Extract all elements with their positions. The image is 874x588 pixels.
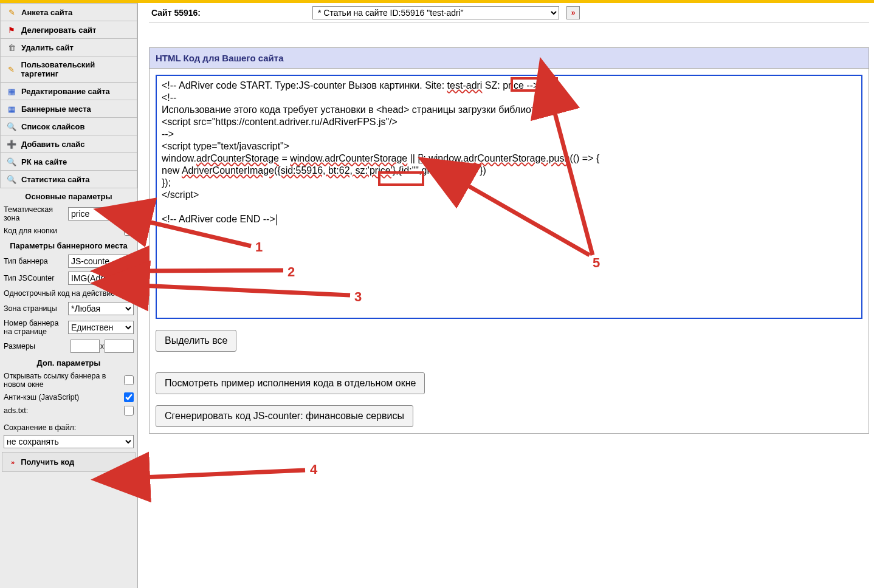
menu-stats-label: Статистика сайта (21, 175, 90, 184)
code-line: <!-- AdRiver code END --> (162, 214, 275, 224)
text-cursor (276, 214, 277, 225)
select-all-button[interactable]: Выделить все (156, 330, 236, 352)
code-panel: HTML Код для Вашего сайта <!-- AdRiver c… (149, 47, 869, 434)
menu-stats-icon: 🔍 (7, 174, 16, 184)
code-line: window. (162, 153, 196, 163)
size-h-input[interactable] (105, 340, 134, 353)
row-banner-num: Номер баннера на странице Единствен (0, 317, 137, 338)
site-select[interactable]: * Статьи на сайте ID:55916 "test-adri" (312, 6, 559, 19)
get-code-button[interactable]: » Получить код (2, 452, 136, 472)
code-line: </script> (162, 190, 199, 200)
row-open-new: Открывать ссылку баннера в новом окне (0, 370, 137, 391)
get-code-label: Получить код (21, 457, 74, 467)
menu-user-targeting-label: Пользовательский таргетинг (21, 60, 131, 78)
section-banner-params: Параметры баннерного места (0, 238, 137, 253)
button-code-label: Код для кнопки (4, 227, 124, 235)
menu-user-targeting-icon: ✎ (7, 64, 16, 74)
save-file-select[interactable]: не сохранять (4, 435, 134, 448)
code-line: <!-- AdRiver code START. Type:JS-counter… (162, 80, 447, 91)
code-line: adrCounterStorage.push (463, 153, 569, 163)
sizes-label: Размеры (4, 342, 71, 350)
menu-add-slice[interactable]: ➕Добавить слайс (0, 135, 137, 153)
arrow-right-icon: » (571, 9, 576, 17)
adstxt-checkbox[interactable] (124, 406, 134, 415)
site-id-label: Сайт 55916: (151, 8, 201, 18)
row-jscounter-type: Тип JSCounter IMG(Adriv (0, 270, 137, 287)
banner-type-select[interactable]: JS-counte (68, 255, 134, 268)
menu-site-profile[interactable]: ✎Анкета сайта (0, 3, 137, 21)
menu-site-profile-icon: ✎ (7, 7, 16, 17)
code-line: Использование этого кода требует установ… (162, 104, 551, 115)
menu-banner-places[interactable]: ▦Баннерные места (0, 100, 137, 118)
size-w-input[interactable] (71, 340, 100, 353)
size-x-sep: x (100, 342, 105, 350)
code-line: new (162, 165, 182, 176)
row-sizes: Размеры x (0, 338, 137, 355)
theme-zone-select[interactable]: price (68, 207, 134, 220)
section-extra-params: Доп. параметры (0, 355, 137, 370)
menu-edit-site[interactable]: ▦Редактирование сайта (0, 83, 137, 100)
code-line: ,{id:"",gid1:"",yid1:""}) (396, 165, 486, 176)
button-code-checkbox[interactable] (124, 226, 134, 236)
row-oneline: Однострочный код на действие (0, 287, 137, 300)
menu-stats[interactable]: 🔍Статистика сайта (0, 171, 137, 188)
oneline-label: Однострочный код на действие (4, 289, 124, 298)
banner-num-label: Номер баннера на странице (4, 319, 68, 336)
code-line: --> (162, 129, 174, 139)
panel-title: HTML Код для Вашего сайта (150, 48, 869, 69)
menu-campaigns-label: РК на сайте (21, 157, 67, 166)
menu-add-slice-icon: ➕ (7, 139, 16, 149)
row-banner-type: Тип баннера JS-counte (0, 253, 137, 270)
menu-delete-site-icon: 🗑 (7, 43, 16, 52)
row-theme-zone: Тематическая зона price (0, 203, 137, 224)
menu-slice-list[interactable]: 🔍Список слайсов (0, 118, 137, 135)
generate-button[interactable]: Сгенерировать код JS-counter: финансовые… (156, 405, 413, 427)
menu-site-profile-label: Анкета сайта (21, 8, 72, 17)
banner-num-select[interactable]: Единствен (68, 321, 134, 334)
code-line: <script type="text/javascript"> (162, 141, 289, 151)
menu-edit-site-label: Редактирование сайта (21, 87, 110, 96)
get-code-icon: » (11, 459, 15, 466)
menu-user-targeting[interactable]: ✎Пользовательский таргетинг (0, 56, 137, 83)
menu-delete-site[interactable]: 🗑Удалить сайт (0, 39, 137, 56)
menu-slice-list-label: Список слайсов (21, 122, 84, 131)
row-save-file-label: Сохранение в файл: (0, 417, 137, 434)
open-new-checkbox[interactable] (124, 375, 134, 385)
menu-campaigns-icon: 🔍 (7, 157, 16, 166)
banner-type-label: Тип баннера (4, 257, 68, 265)
anticache-checkbox[interactable] (124, 392, 134, 402)
menu-campaigns[interactable]: 🔍РК на сайте (0, 153, 137, 171)
menu-delegate-site-label: Делегировать сайт (21, 26, 96, 35)
preview-button[interactable]: Посмотреть пример исполнения кода в отде… (156, 372, 425, 394)
code-line: <script src="https://content.adriver.ru/… (162, 117, 397, 127)
menu-add-slice-label: Добавить слайс (21, 140, 85, 149)
theme-zone-label: Тематическая зона (4, 205, 68, 222)
code-line: SZ: price (482, 80, 523, 91)
topbar: Сайт 55916: * Статьи на сайте ID:55916 "… (149, 3, 869, 23)
menu-delegate-site[interactable]: ⚑Делегировать сайт (0, 21, 137, 39)
page-zone-select[interactable]: *Любая (68, 302, 134, 315)
main-area: Сайт 55916: * Статьи на сайте ID:55916 "… (138, 3, 874, 588)
code-line: <!-- (162, 92, 176, 103)
save-file-label: Сохранение в файл: (4, 423, 134, 432)
menu-slice-list-icon: 🔍 (7, 121, 16, 131)
jscounter-type-select[interactable]: IMG(Adriv (68, 272, 134, 285)
row-adstxt: ads.txt: (0, 404, 137, 417)
menu-edit-site-icon: ▦ (7, 86, 16, 96)
open-new-label: Открывать ссылку баннера в новом окне (4, 372, 124, 389)
menu-delete-site-label: Удалить сайт (21, 43, 74, 52)
code-line: || []; window. (407, 153, 463, 163)
sidebar-menu: ✎Анкета сайта⚑Делегировать сайт🗑Удалить … (0, 3, 137, 188)
anticache-label: Анти-кэш (JavaScript) (4, 393, 124, 402)
oneline-checkbox[interactable] (124, 289, 134, 298)
adstxt-label: ads.txt: (4, 406, 124, 415)
go-button[interactable]: » (566, 6, 580, 19)
row-button-code: Код для кнопки (0, 224, 137, 238)
row-anticache: Анти-кэш (JavaScript) (0, 391, 137, 404)
section-main-params: Основные параметры (0, 188, 137, 203)
sidebar: ✎Анкета сайта⚑Делегировать сайт🗑Удалить … (0, 3, 138, 588)
page-zone-label: Зона страницы (4, 304, 68, 313)
code-textarea[interactable]: <!-- AdRiver code START. Type:JS-counter… (156, 75, 862, 319)
code-line: }); (162, 177, 171, 188)
code-line: adrCounterStorage (196, 153, 279, 163)
